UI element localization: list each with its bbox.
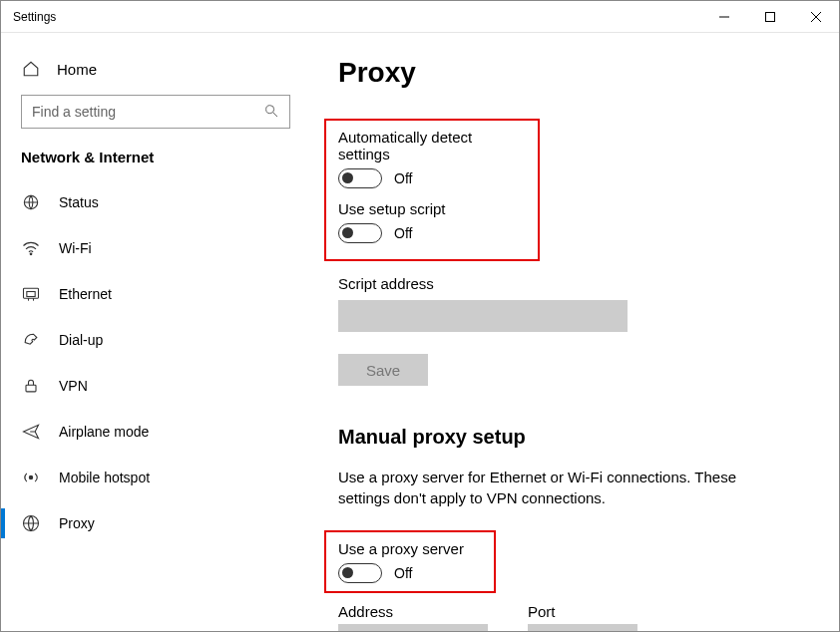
use-proxy-toggle[interactable] [338,563,382,583]
close-button[interactable] [793,1,839,33]
status-icon [21,192,41,212]
home-label: Home [57,61,97,78]
highlight-box-auto: Automatically detect settings Off Use se… [324,119,540,261]
sidebar-item-airplane[interactable]: Airplane mode [1,409,310,455]
sidebar-item-label: Proxy [59,515,95,531]
sidebar-item-vpn[interactable]: VPN [1,363,310,409]
proxy-icon [21,513,41,533]
search-placeholder: Find a setting [32,104,116,120]
auto-detect-label: Automatically detect settings [338,129,526,162]
auto-detect-toggle[interactable] [338,168,382,188]
svg-point-7 [30,253,32,255]
setup-script-toggle[interactable] [338,223,382,243]
setup-script-state: Off [394,225,412,241]
setup-script-label: Use setup script [338,200,526,217]
content-area: Proxy Automatically detect settings Off … [310,33,839,631]
svg-rect-1 [766,12,775,21]
search-icon [263,103,279,122]
svg-point-13 [29,475,32,478]
script-address-input [338,300,628,332]
address-label: Address [338,603,488,620]
ethernet-icon [21,284,41,304]
window-controls [701,1,839,33]
sidebar-item-ethernet[interactable]: Ethernet [1,271,310,317]
hotspot-icon [21,468,41,487]
sidebar-item-label: Wi-Fi [59,240,92,256]
sidebar-item-hotspot[interactable]: Mobile hotspot [1,455,310,500]
svg-rect-9 [27,292,35,297]
svg-line-5 [273,113,277,117]
dialup-icon [21,330,41,350]
svg-point-4 [266,105,274,113]
vpn-icon [21,376,41,396]
settings-window: Settings Home Find a setting [0,0,840,632]
address-input [338,624,488,631]
titlebar: Settings [1,1,839,33]
sidebar-item-label: Status [59,194,99,210]
sidebar-item-label: Dial-up [59,332,103,348]
manual-heading: Manual proxy setup [338,426,811,449]
sidebar-item-label: Mobile hotspot [59,470,150,485]
sidebar-section-title: Network & Internet [1,149,310,179]
airplane-icon [21,422,41,442]
window-title: Settings [13,10,56,24]
search-input[interactable]: Find a setting [21,95,290,129]
sidebar-item-wifi[interactable]: Wi-Fi [1,225,310,271]
wifi-icon [21,238,41,258]
minimize-button[interactable] [701,1,747,33]
port-label: Port [528,603,637,620]
sidebar-item-proxy[interactable]: Proxy [1,500,310,546]
sidebar-item-label: Ethernet [59,286,112,302]
sidebar-item-dialup[interactable]: Dial-up [1,317,310,363]
manual-description: Use a proxy server for Ethernet or Wi-Fi… [338,467,757,508]
port-input [528,624,637,631]
sidebar: Home Find a setting Network & Internet S… [1,33,310,631]
maximize-button[interactable] [747,1,793,33]
svg-rect-12 [26,385,36,392]
sidebar-item-status[interactable]: Status [1,179,310,225]
save-button: Save [338,354,428,386]
highlight-box-proxy: Use a proxy server Off [324,530,496,593]
sidebar-item-label: Airplane mode [59,424,149,440]
use-proxy-label: Use a proxy server [338,540,482,557]
home-nav[interactable]: Home [1,51,310,95]
use-proxy-state: Off [394,565,412,581]
script-address-label: Script address [338,275,811,292]
auto-detect-state: Off [394,170,412,186]
page-title: Proxy [338,57,811,89]
sidebar-item-label: VPN [59,378,88,394]
home-icon [21,59,41,79]
